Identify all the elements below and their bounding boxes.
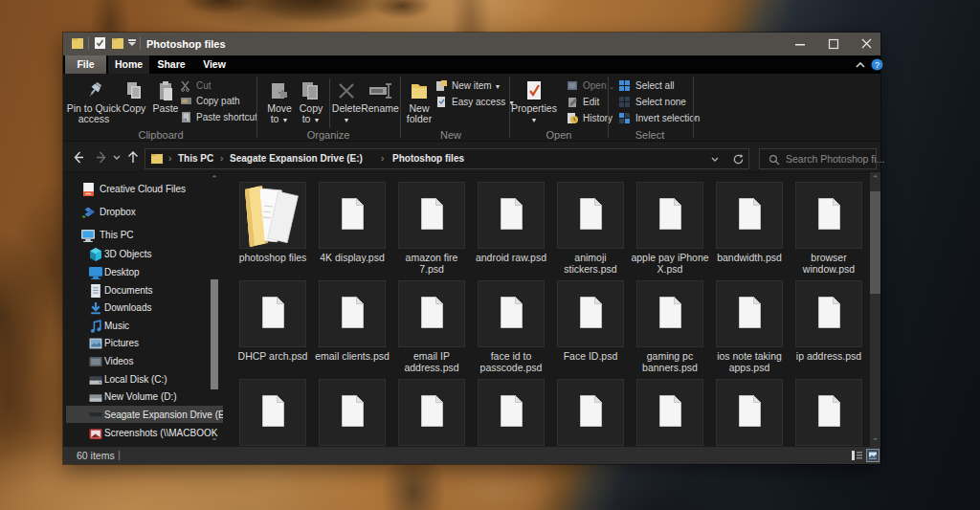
svg-text:?: ? [875,60,880,70]
